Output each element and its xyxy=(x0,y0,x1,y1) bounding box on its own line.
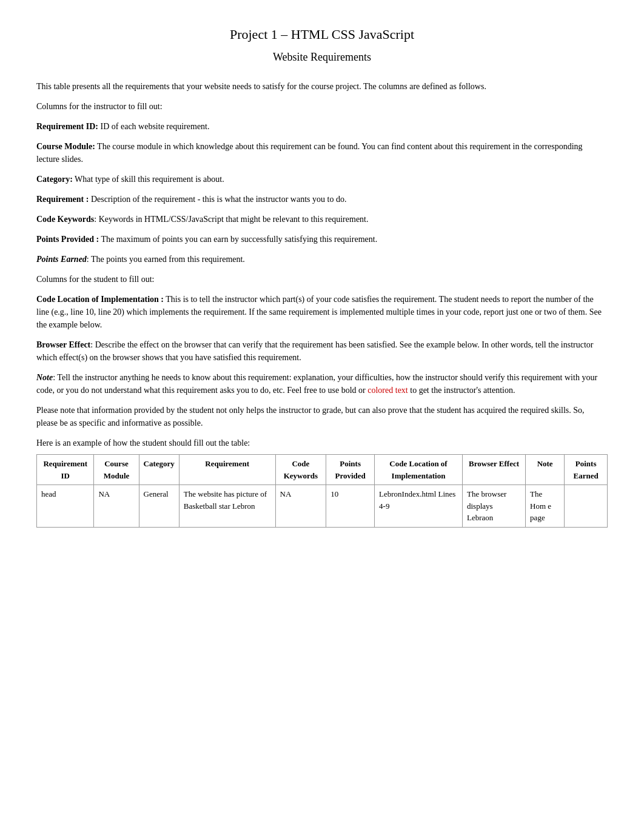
col-code-keywords: Code Keywords xyxy=(275,455,326,485)
table-cell: The browser displays Lebraon xyxy=(463,485,526,528)
points-earned-text: : The points you earned from this requir… xyxy=(87,255,245,264)
note-colored-text: colored text xyxy=(367,386,408,395)
table-cell: NA xyxy=(94,485,139,528)
table-cell: 10 xyxy=(326,485,375,528)
table-cell: LebronIndex.html Lines 4-9 xyxy=(375,485,463,528)
code-keywords-text: : Keywords in HTML/CSS/JavaScript that m… xyxy=(94,215,368,224)
browser-effect-text: : Describe the effect on the browser tha… xyxy=(36,340,594,362)
category-label: Category: xyxy=(36,175,73,184)
course-module-description: Course Module: The course module in whic… xyxy=(36,140,608,166)
code-location-description: Code Location of Implementation : This i… xyxy=(36,293,608,331)
course-module-text: The course module in which knowledge abo… xyxy=(36,142,583,164)
points-provided-label: Points Provided : xyxy=(36,235,99,244)
col-requirement: Requirement xyxy=(179,455,275,485)
code-location-label: Code Location of Implementation : xyxy=(36,295,164,304)
col-note: Note xyxy=(526,455,565,485)
col-points-provided: Points Provided xyxy=(326,455,375,485)
table-cell: General xyxy=(139,485,179,528)
points-provided-text: The maximum of points you can earn by su… xyxy=(99,235,377,244)
columns-student-label: Columns for the student to fill out: xyxy=(36,273,608,286)
requirement-text: Description of the requirement - this is… xyxy=(89,195,346,204)
table-cell xyxy=(565,485,608,528)
intro-paragraph: This table presents all the requirements… xyxy=(36,80,608,93)
course-module-label: Course Module: xyxy=(36,142,95,151)
points-earned-description: Points Earned: The points you earned fro… xyxy=(36,253,608,266)
page-subtitle: Website Requirements xyxy=(36,49,608,65)
req-id-description: Requirement ID: ID of each website requi… xyxy=(36,120,608,133)
col-browser-effect: Browser Effect xyxy=(463,455,526,485)
browser-effect-description: Browser Effect: Describe the effect on t… xyxy=(36,338,608,364)
col-code-location: Code Location of Implementation xyxy=(375,455,463,485)
table-cell: head xyxy=(37,485,94,528)
req-id-label: Requirement ID: xyxy=(36,122,98,131)
table-header-row: Requirement ID Course Module Category Re… xyxy=(37,455,608,485)
requirements-table: Requirement ID Course Module Category Re… xyxy=(36,454,608,528)
table-row: headNAGeneralThe website has picture of … xyxy=(37,485,608,528)
table-cell: NA xyxy=(275,485,326,528)
req-id-text: ID of each website requirement. xyxy=(98,122,209,131)
table-cell: The website has picture of Basketball st… xyxy=(179,485,275,528)
col-course-module: Course Module xyxy=(94,455,139,485)
example-label: Here is an example of how the student sh… xyxy=(36,437,608,449)
requirement-description: Requirement : Description of the require… xyxy=(36,193,608,206)
table-cell: The Hom e page xyxy=(526,485,565,528)
browser-effect-label: Browser Effect xyxy=(36,340,90,349)
category-text: What type of skill this requirement is a… xyxy=(73,175,224,184)
points-provided-description: Points Provided : The maximum of points … xyxy=(36,233,608,246)
requirement-label: Requirement : xyxy=(36,195,89,204)
col-category: Category xyxy=(139,455,179,485)
points-earned-label: Points Earned xyxy=(36,255,87,264)
code-keywords-label: Code Keywords xyxy=(36,215,94,224)
note-description: Note: Tell the instructor anything he ne… xyxy=(36,371,608,397)
col-req-id: Requirement ID xyxy=(37,455,94,485)
please-note-paragraph: Please note that information provided by… xyxy=(36,404,608,429)
code-keywords-description: Code Keywords: Keywords in HTML/CSS/Java… xyxy=(36,213,608,226)
category-description: Category: What type of skill this requir… xyxy=(36,173,608,186)
note-label: Note xyxy=(36,373,53,382)
col-points-earned: Points Earned xyxy=(565,455,608,485)
page-title: Project 1 – HTML CSS JavaScript xyxy=(36,24,608,44)
note-text2: to get the instructor's attention. xyxy=(408,386,515,395)
columns-instructor-label: Columns for the instructor to fill out: xyxy=(36,100,608,113)
